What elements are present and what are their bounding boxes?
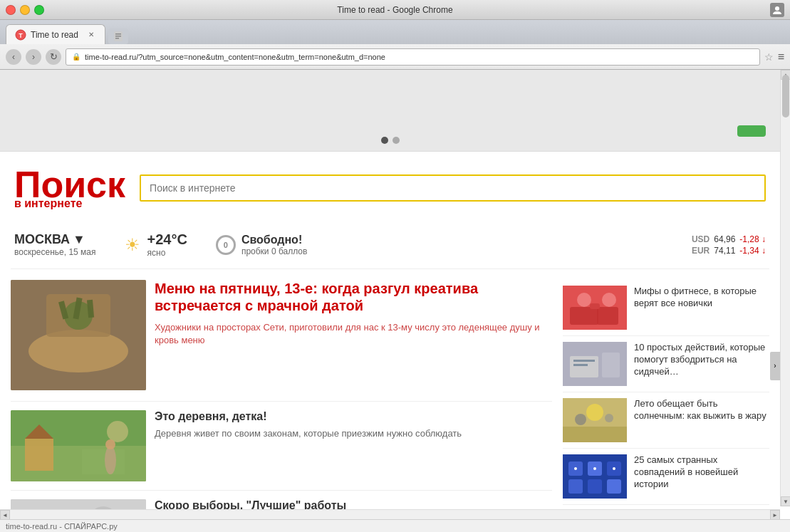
url-bar[interactable]: 🔒 time-to-read.ru/?utm_source=none&utm_c… (66, 48, 760, 66)
svg-rect-35 (573, 364, 588, 366)
banner-dot-2[interactable] (393, 137, 400, 144)
third-article-content: Скоро выборы. "Лучшие" работы (155, 499, 552, 509)
svg-rect-34 (573, 360, 595, 362)
svg-point-39 (575, 414, 586, 425)
svg-rect-46 (588, 479, 602, 494)
right-article-2-title: 10 простых действий, которые помогут взб… (634, 342, 769, 378)
second-article-desc: Деревня живет по своим законам, которые … (155, 427, 552, 440)
city-label: МОСКВА (14, 232, 70, 247)
new-tab-button[interactable] (108, 28, 128, 44)
svg-point-40 (605, 414, 613, 422)
svg-rect-19 (82, 449, 125, 474)
profile-area (770, 3, 784, 17)
weather-desc: ясно (147, 248, 187, 258)
tab-label: Time to read (31, 30, 82, 40)
banner-button[interactable] (737, 125, 766, 137)
right-article-3[interactable]: Лето обещает быть солнечным: как выжить … (563, 392, 769, 449)
featured-title[interactable]: Меню на пятницу, 13-е: когда разгул креа… (155, 280, 552, 314)
status-bar: time-to-read.ru - СПАЙРАРС.ру (0, 519, 790, 532)
second-article-content: Это деревня, детка! Деревня живет по сво… (155, 410, 552, 481)
right-article-1-image (563, 286, 627, 330)
svg-point-50 (613, 467, 615, 470)
reload-button[interactable]: ↻ (46, 49, 61, 65)
city-date: воскресенье, 15 мая (14, 247, 96, 257)
svg-rect-5 (115, 36, 121, 37)
traffic-info: Свободно! пробки 0 баллов (241, 234, 307, 256)
featured-article-image (11, 280, 146, 390)
svg-point-21 (105, 439, 115, 449)
svg-point-48 (574, 467, 577, 470)
traffic-detail: пробки 0 баллов (241, 246, 307, 256)
search-input[interactable] (140, 174, 766, 202)
scroll-thumb[interactable] (782, 75, 789, 118)
hscroll-left-arrow[interactable]: ◄ (0, 510, 10, 519)
window-title: Time to read - Google Chrome (337, 5, 452, 15)
title-bar: Time to read - Google Chrome (0, 0, 790, 20)
sidebar-toggle[interactable]: › (770, 352, 780, 380)
city-block: МОСКВА ▼ воскресенье, 15 мая (14, 232, 96, 257)
right-article-1-title: Мифы о фитнесе, в которые верят все нови… (634, 286, 769, 310)
eur-label: EUR (692, 246, 710, 256)
svg-rect-4 (115, 33, 121, 35)
svg-point-28 (602, 293, 616, 307)
svg-rect-22 (11, 499, 146, 509)
active-tab[interactable]: T Time to read ✕ (6, 24, 105, 44)
menu-icon[interactable]: ≡ (778, 51, 784, 63)
top-banner (0, 70, 780, 152)
third-article[interactable]: 14 марта Скоро выборы. "Лучш (11, 491, 552, 509)
forward-button[interactable]: › (26, 49, 41, 65)
profile-icon[interactable] (770, 3, 784, 17)
second-article-title[interactable]: Это деревня, детка! (155, 410, 552, 423)
svg-rect-38 (563, 427, 627, 442)
hscroll-right-arrow[interactable]: ► (770, 510, 780, 519)
tab-bar: T Time to read ✕ (0, 20, 790, 44)
minimize-button[interactable] (20, 5, 30, 15)
banner-dots (381, 137, 400, 144)
third-article-title[interactable]: Скоро выборы. "Лучшие" работы (155, 499, 552, 509)
svg-point-0 (775, 6, 779, 11)
right-article-2[interactable]: 10 простых действий, которые помогут взб… (563, 336, 769, 392)
horizontal-scrollbar[interactable]: ◄ ► (0, 509, 780, 519)
traffic-block: 0 Свободно! пробки 0 баллов (216, 234, 307, 256)
weather-info: +24°C ясно (147, 231, 187, 258)
svg-rect-29 (597, 307, 618, 325)
svg-rect-6 (115, 38, 119, 39)
traffic-circle: 0 (216, 235, 236, 255)
second-article[interactable]: Это деревня, детка! Деревня живет по сво… (11, 402, 552, 491)
featured-article[interactable]: Меню на пятницу, 13-е: когда разгул креа… (11, 280, 552, 402)
info-bar: МОСКВА ▼ воскресенье, 15 мая ☀ +24°C ясн… (11, 221, 769, 269)
page-content: П оиск в интернете МОСКВА ▼ (0, 70, 790, 519)
eur-value: 74,11 (714, 246, 735, 256)
svg-rect-33 (602, 353, 620, 377)
svg-rect-45 (568, 479, 583, 494)
vertical-scrollbar[interactable]: ▲ ▼ (780, 70, 790, 506)
right-article-4[interactable]: 25 самых странных совпадений в новейшей … (563, 449, 769, 505)
articles-section: Меню на пятницу, 13-е: когда разгул креа… (11, 269, 769, 509)
logo-subtitle: в интернете (14, 197, 125, 210)
usd-label: USD (692, 234, 710, 244)
usd-change: -1,28 ↓ (739, 234, 766, 244)
weather-block: ☀ +24°C ясно (125, 231, 187, 258)
svg-point-20 (105, 446, 116, 474)
second-article-image (11, 410, 146, 481)
back-button[interactable]: ‹ (6, 49, 21, 65)
currency-block: USD 64,96 -1,28 ↓ EUR 74,11 -1,34 ↓ (692, 234, 766, 256)
maximize-button[interactable] (34, 5, 44, 15)
articles-right: Мифы о фитнесе, в которые верят все нови… (563, 280, 769, 509)
page-inner: П оиск в интернете МОСКВА ▼ (0, 70, 780, 509)
search-section: П оиск в интернете (0, 152, 780, 221)
tab-close-button[interactable]: ✕ (86, 30, 96, 40)
search-logo: П оиск в интернете (14, 166, 125, 210)
search-input-wrap (140, 174, 766, 202)
right-article-1[interactable]: Мифы о фитнесе, в которые верят все нови… (563, 280, 769, 336)
collapse-arrow-icon: › (774, 362, 776, 370)
status-text: time-to-read.ru - СПАЙРАРС.ру (6, 522, 118, 531)
right-article-3-image (563, 398, 627, 442)
address-bar: ‹ › ↻ 🔒 time-to-read.ru/?utm_source=none… (0, 44, 790, 70)
scroll-down-arrow[interactable]: ▼ (781, 496, 790, 506)
close-button[interactable] (6, 5, 16, 15)
bookmark-icon[interactable]: ☆ (764, 51, 774, 63)
banner-dot-1[interactable] (381, 137, 388, 144)
weather-temp: +24°C (147, 231, 187, 248)
city-name[interactable]: МОСКВА ▼ (14, 232, 96, 247)
